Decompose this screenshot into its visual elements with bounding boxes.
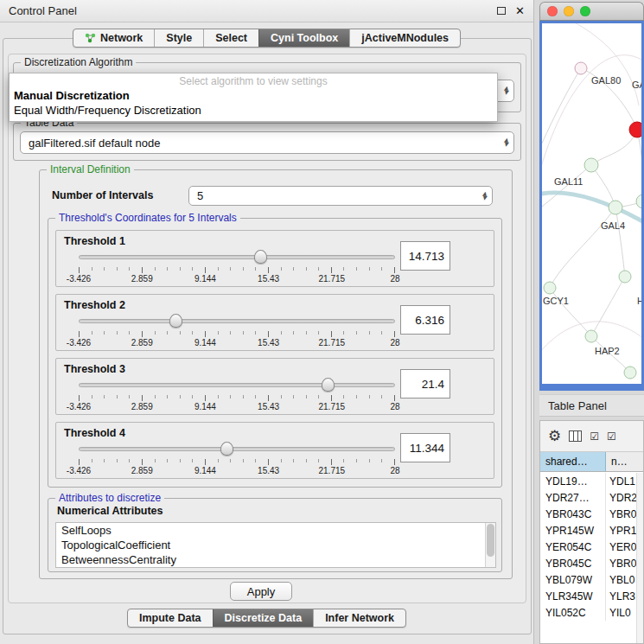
scale-label: 9.144 [194,402,216,411]
scale-label: 9.144 [194,338,216,348]
threshold-value-field[interactable]: 14.713 [400,241,450,271]
zoom-traffic-light-icon[interactable] [580,6,590,16]
table-cell: YDL19… [540,473,606,489]
column-header-name[interactable]: n… [606,452,643,471]
scrollbar-thumb[interactable] [487,524,494,557]
table-rows: YDL19…YDL1YDR27…YDR2YBR043CYBR0YPR145WYP… [540,473,643,643]
table-row[interactable]: YDR27…YDR2 [540,489,643,506]
threshold-value-field[interactable]: 21.4 [400,369,450,399]
table-data-combobox[interactable]: galFiltered.sif default node ▲▼ [20,131,514,154]
table-panel-title: Table Panel [548,399,607,412]
network-window: GAL80GAGAL11GAL4GCY1HHAP2 [539,2,644,391]
table-row[interactable]: YBR045CYBR0 [540,555,643,571]
num-intervals-combobox[interactable]: 5 ▲▼ [188,186,493,206]
network-node[interactable] [609,201,622,214]
slider-scale: -3.4262.8599.14415.4321.71528 [79,466,395,476]
threshold-slider[interactable] [79,442,395,456]
tab-jactivemnodules[interactable]: jActiveMNodules [349,29,460,47]
table-cell: YBR045C [540,555,606,571]
slider-track[interactable] [79,255,395,259]
network-node[interactable] [584,158,598,172]
network-canvas[interactable]: GAL80GAGAL11GAL4GCY1HHAP2 [542,23,641,386]
algorithm-dropdown-popup: Select algorithm to view settings Manual… [9,73,498,122]
apply-button[interactable]: Apply [230,582,292,601]
bottom-tab-group: Impute Data Discretize Data Infer Networ… [127,609,406,628]
network-node[interactable] [636,194,641,208]
tab-select[interactable]: Select [203,29,258,47]
attributes-group-title: Attributes to discretize [55,492,164,504]
slider-thumb[interactable] [169,314,182,328]
scale-label: 28 [390,338,399,348]
scale-label: -3.426 [67,338,91,348]
table-panel-titlebar: Table Panel [539,394,644,417]
popup-option-manual-discretization[interactable]: Manual Discretization [10,88,497,103]
table-scrollbar[interactable] [636,473,643,643]
float-window-icon[interactable] [497,7,506,15]
tab-cyni-toolbox[interactable]: Cyni Toolbox [258,29,349,47]
combo-arrows-icon: ▲▼ [504,86,508,95]
network-node-label: HAP2 [595,346,620,356]
table-header-row: shared… n… [540,452,643,472]
attribute-list-item[interactable]: BetweennessCentrality [56,552,495,567]
network-window-titlebar[interactable] [539,2,644,21]
slider-track[interactable] [79,383,395,387]
tab-style[interactable]: Style [154,29,203,47]
network-node[interactable] [619,271,631,283]
control-panel-titlebar: Control Panel ✕ [0,0,533,22]
window-buttons: ✕ [497,5,525,16]
tab-impute-data[interactable]: Impute Data [128,609,213,627]
close-traffic-light-icon[interactable] [547,6,558,16]
table-row[interactable]: YPR145WYPR1 [540,522,643,539]
slider-thumb[interactable] [220,442,233,456]
network-node[interactable] [629,122,641,137]
unselect-columns-icon[interactable]: ☑ [607,431,616,442]
tab-infer-network[interactable]: Infer Network [313,609,405,627]
network-node[interactable] [544,282,556,294]
attributes-scrollbar[interactable] [485,523,495,567]
slider-track[interactable] [79,319,395,323]
show-columns-icon[interactable] [569,430,582,442]
threshold-slider[interactable] [79,378,395,392]
thresholds-group: Threshold's Coordinates for 5 Intervals … [48,218,502,488]
network-node[interactable] [624,367,636,379]
table-settings-gear-icon[interactable]: ⚙ [548,429,561,443]
attributes-list[interactable]: SelfLoopsTopologicalCoefficientBetweenne… [55,522,496,568]
network-node[interactable] [575,62,587,74]
threshold-panel: Threshold 2 -3.4262.8599.14415.4321.7152… [55,294,494,351]
slider-track[interactable] [79,447,395,451]
table-row[interactable]: YER054CYER0 [540,539,643,555]
table-row[interactable]: YLR345WYLR3 [540,588,643,604]
threshold-slider[interactable] [79,250,395,265]
tab-network[interactable]: Network [73,29,154,47]
scale-label: 28 [390,402,399,411]
threshold-slider[interactable] [79,314,395,328]
top-tab-bar: Network Style Select Cyni Toolbox jActiv… [0,29,533,48]
table-toolbar: ⚙ ☑ ☑ [540,421,643,452]
column-header-shared-name[interactable]: shared… [540,452,606,471]
table-row[interactable]: YDL19…YDL1 [540,473,643,489]
table-row[interactable]: YBR043CYBR0 [540,506,643,522]
table-cell: YER054C [540,539,606,555]
tab-label: Cyni Toolbox [271,32,338,44]
attribute-list-item[interactable]: TopologicalCoefficient [56,538,495,552]
numerical-attributes-label: Numerical Attributes [57,505,163,517]
select-all-columns-icon[interactable]: ☑ [590,431,599,442]
close-window-icon[interactable]: ✕ [515,5,525,16]
slider-thumb[interactable] [322,378,335,392]
tab-label: Select [215,32,247,44]
threshold-panel: Threshold 4 -3.4262.8599.14415.4321.7152… [55,422,494,479]
table-data-selected-value: galFiltered.sif default node [29,137,160,150]
popup-option-equal-width[interactable]: Equal Width/Frequency Discretization [10,103,497,118]
attribute-list-item[interactable]: SelfLoops [56,523,495,538]
network-node[interactable] [585,330,597,342]
tab-discretize-data[interactable]: Discretize Data [213,609,314,627]
threshold-value-field[interactable]: 6.316 [400,305,450,335]
table-row[interactable]: YIL052CYIL0 [540,604,643,621]
minimize-traffic-light-icon[interactable] [564,6,574,16]
table-panel: ⚙ ☑ ☑ shared… n… YDL19…YDL1YDR27…YDR2YBR… [539,420,644,644]
table-row[interactable]: YBL079WYBL0 [540,571,643,588]
scale-label: 15.43 [258,338,279,348]
slider-thumb[interactable] [254,250,267,264]
network-icon [85,33,96,43]
threshold-value-field[interactable]: 11.344 [400,433,450,462]
